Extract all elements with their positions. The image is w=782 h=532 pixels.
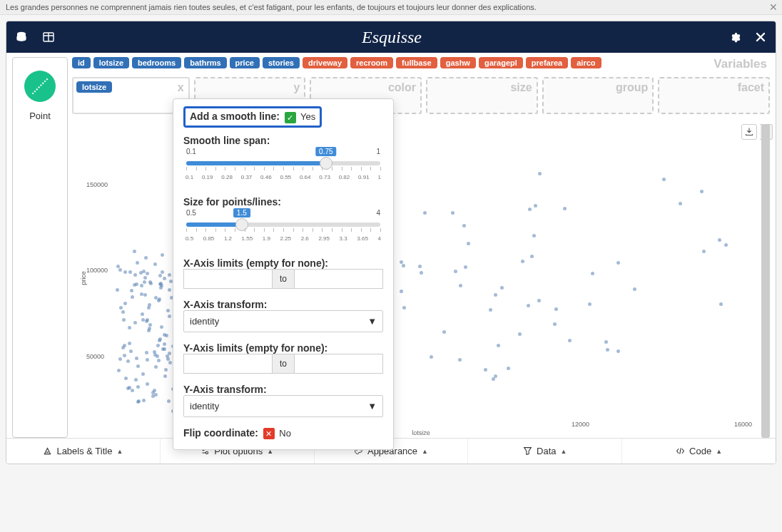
check-no-icon[interactable]: ✕ <box>263 428 275 439</box>
close-icon[interactable] <box>754 31 767 44</box>
chevron-down-icon: ▼ <box>367 401 377 411</box>
notice-banner: Les grandes personnes ne comprennent jam… <box>0 0 782 15</box>
notice-close-icon[interactable]: ✕ <box>769 1 778 13</box>
variables-shelf-label: Variables <box>714 57 767 71</box>
check-yes-icon: ✓ <box>285 112 296 123</box>
xlim-label: X-Axis limits (empty for none): <box>183 257 383 269</box>
chart-type-label: Point <box>16 111 64 121</box>
group-dropzone[interactable]: group <box>542 77 654 114</box>
ylim-min-input[interactable] <box>183 354 273 374</box>
variables-shelf[interactable]: idlotsizebedroomsbathrmspricestoriesdriv… <box>72 57 770 71</box>
chart-type-selector[interactable]: Point <box>12 57 68 438</box>
xlim-min-input[interactable] <box>183 269 273 289</box>
variable-pill-recroom[interactable]: recroom <box>350 57 393 68</box>
point-chart-icon <box>24 71 56 102</box>
notice-text: Les grandes personnes ne comprennent jam… <box>6 3 537 11</box>
variable-pill-driveway[interactable]: driveway <box>303 57 347 68</box>
ytrans-select[interactable]: identity▼ <box>183 395 383 417</box>
flip-label: Flip coordinate: <box>183 427 258 439</box>
variable-pill-price[interactable]: price <box>230 57 260 68</box>
database-icon[interactable] <box>15 31 28 44</box>
size-label: Size for points/lines: <box>183 196 383 208</box>
tab-labels-title[interactable]: Labels & Title▲ <box>6 439 161 464</box>
app-title: Esquisse <box>55 28 728 47</box>
size-slider[interactable]: 0.54 1.5 0.50.851.21.551.92.252.62.953.3… <box>183 208 383 247</box>
table-icon[interactable] <box>42 31 55 44</box>
xtrans-select[interactable]: identity▼ <box>183 310 383 332</box>
size-dropzone[interactable]: size <box>426 77 538 114</box>
plot-options-popup: Add a smooth line: ✓ Yes Smooth line spa… <box>173 98 394 450</box>
svg-point-5 <box>206 451 208 454</box>
chevron-down-icon: ▼ <box>367 316 377 327</box>
smooth-line-toggle[interactable]: Add a smooth line: ✓ Yes <box>183 106 322 128</box>
variable-pill-lotsize[interactable]: lotsize <box>93 57 129 68</box>
span-label: Smooth line span: <box>183 135 383 146</box>
ylim-max-input[interactable] <box>294 354 383 374</box>
variable-pill-fullbase[interactable]: fullbase <box>396 57 437 68</box>
ylim-inputs: to <box>183 354 383 374</box>
ylim-label: Y-Axis limits (empty for none): <box>183 342 383 354</box>
variable-pill-stories[interactable]: stories <box>263 57 300 68</box>
gear-icon[interactable] <box>728 31 741 44</box>
variable-pill-prefarea[interactable]: prefarea <box>526 57 568 68</box>
xlim-max-input[interactable] <box>294 269 383 289</box>
ytrans-label: Y-Axis transform: <box>183 384 383 395</box>
app-frame: Esquisse Point idlotsizebedroomsbathrmsp… <box>6 21 776 464</box>
span-slider[interactable]: 0.11 0.75 0.10.190.280.370.460.550.640.7… <box>183 146 383 186</box>
variable-pill-garagepl[interactable]: garagepl <box>479 57 523 68</box>
svg-point-6 <box>356 450 357 451</box>
x-dropzone[interactable]: lotsize x <box>72 77 190 114</box>
variable-pill-gashw[interactable]: gashw <box>440 57 476 68</box>
variable-pill-bedrooms[interactable]: bedrooms <box>132 57 181 68</box>
x-pill[interactable]: lotsize <box>76 81 112 93</box>
variable-pill-airco[interactable]: airco <box>571 57 601 68</box>
facet-dropzone[interactable]: facet <box>658 77 770 114</box>
variable-pill-bathrms[interactable]: bathrms <box>184 57 226 68</box>
tab-data[interactable]: Data▲ <box>468 439 622 464</box>
xlim-inputs: to <box>183 269 383 289</box>
header-bar: Esquisse <box>6 21 776 53</box>
tab-code[interactable]: Code▲ <box>622 439 776 464</box>
xtrans-label: X-Axis transform: <box>183 299 383 310</box>
variable-pill-id[interactable]: id <box>72 57 91 68</box>
